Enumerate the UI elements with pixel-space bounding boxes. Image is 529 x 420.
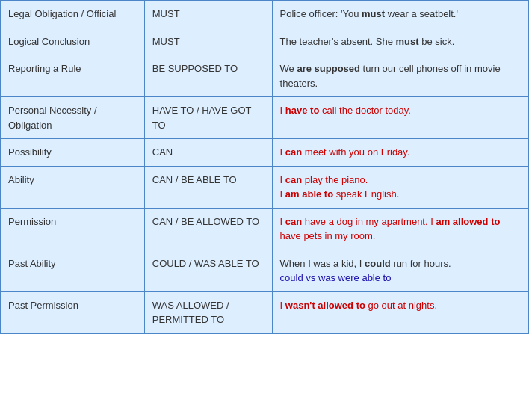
modal-cell: WAS ALLOWED / PERMITTED TO xyxy=(144,291,272,333)
example-link[interactable]: could vs was were able to xyxy=(280,272,392,283)
table-row: Past AbilityCOULD / WAS ABLE TOWhen I wa… xyxy=(1,250,529,291)
modal-cell: COULD / WAS ABLE TO xyxy=(144,250,272,291)
table-row: AbilityCAN / BE ABLE TOI can play the pi… xyxy=(1,166,529,208)
modal-cell: MUST xyxy=(144,1,272,28)
table-row: PossibilityCANI can meet with you on Fri… xyxy=(1,139,529,167)
table-row: Past PermissionWAS ALLOWED / PERMITTED T… xyxy=(1,291,529,333)
category-cell: Legal Obligation / Official xyxy=(1,1,145,28)
table-row: Legal Obligation / OfficialMUSTPolice of… xyxy=(1,1,529,28)
example-cell: I can have a dog in my apartment. I am a… xyxy=(272,208,528,250)
example-cell: I wasn't allowed to go out at nights. xyxy=(272,291,528,333)
category-cell: Reporting a Rule xyxy=(1,55,145,97)
modal-verbs-table: Legal Obligation / OfficialMUSTPolice of… xyxy=(0,0,529,334)
modal-cell: MUST xyxy=(144,28,272,55)
table-row: Reporting a RuleBE SUPPOSED TOWe are sup… xyxy=(1,55,529,97)
category-cell: Past Ability xyxy=(1,250,145,291)
modal-cell: BE SUPPOSED TO xyxy=(144,55,272,97)
example-cell: We are supposed turn our cell phones off… xyxy=(272,55,528,97)
modal-cell: HAVE TO / HAVE GOT TO xyxy=(144,97,272,139)
category-cell: Possibility xyxy=(1,139,145,167)
category-cell: Personal Necessity / Obligation xyxy=(1,97,145,139)
example-cell: I have to call the doctor today. xyxy=(272,97,528,139)
table-row: PermissionCAN / BE ALLOWED TOI can have … xyxy=(1,208,529,250)
example-cell: When I was a kid, I could run for hours.… xyxy=(272,250,528,291)
example-cell: The teacher's absent. She must be sick. xyxy=(272,28,528,55)
modal-cell: CAN / BE ALLOWED TO xyxy=(144,208,272,250)
example-cell: I can play the piano.I am able to speak … xyxy=(272,166,528,208)
example-cell: Police officer: 'You must wear a seatbel… xyxy=(272,1,528,28)
example-cell: I can meet with you on Friday. xyxy=(272,139,528,167)
category-cell: Ability xyxy=(1,166,145,208)
modal-cell: CAN xyxy=(144,139,272,167)
table-row: Personal Necessity / ObligationHAVE TO /… xyxy=(1,97,529,139)
category-cell: Logical Conclusion xyxy=(1,28,145,55)
table-row: Logical ConclusionMUSTThe teacher's abse… xyxy=(1,28,529,55)
modal-cell: CAN / BE ABLE TO xyxy=(144,166,272,208)
category-cell: Past Permission xyxy=(1,291,145,333)
category-cell: Permission xyxy=(1,208,145,250)
